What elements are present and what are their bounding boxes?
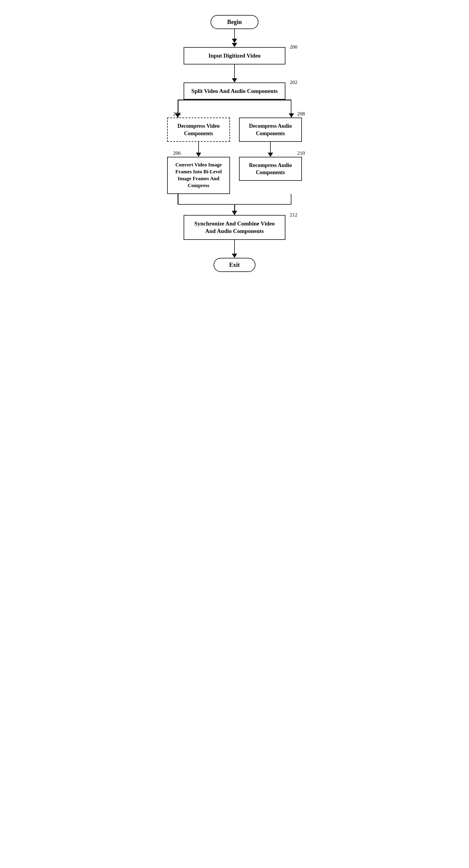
arrow-204-to-206: [196, 142, 201, 157]
node-212-wrapper: Synchronize And Combine Video And Audio …: [183, 215, 286, 240]
exit-wrapper: Exit: [183, 258, 286, 272]
arrow-208-to-210: [268, 142, 273, 157]
node-212: Synchronize And Combine Video And Audio …: [183, 215, 286, 240]
node-206: Convert Video Image Frames Into Bi-Level…: [167, 157, 230, 194]
label-210: 210: [297, 150, 305, 156]
arrow-200-to-202: [232, 64, 237, 83]
begin-node: Begin: [210, 15, 259, 29]
node-210: Recompress Audio Components: [239, 157, 302, 181]
left-col: Decompress Video Components 204 Convert …: [163, 118, 234, 194]
label-200: 200: [290, 44, 298, 50]
arrow-begin-to-200: [234, 29, 235, 47]
node-208: Decompress Audio Components: [239, 118, 302, 142]
node-200: Input Digitized Video: [183, 47, 286, 64]
right-col: Decompress Audio Components 208 Recompre…: [234, 118, 306, 181]
begin-wrapper: Begin: [183, 15, 286, 29]
label-212: 212: [290, 212, 298, 218]
node-202: Split Video And Audio Components: [183, 83, 286, 100]
node-204: Decompress Video Components: [167, 118, 230, 142]
exit-node: Exit: [213, 258, 256, 272]
join-line-section: [163, 194, 306, 215]
label-204: 204: [173, 111, 181, 117]
split-line-section: [163, 99, 306, 118]
node-200-wrapper: Input Digitized Video 200: [183, 47, 286, 64]
label-206: 206: [173, 150, 181, 156]
node-202-wrapper: Split Video And Audio Components 202: [183, 83, 286, 100]
arrow-212-to-exit: [232, 240, 237, 258]
split-columns: Decompress Video Components 204 Convert …: [163, 118, 306, 194]
label-202: 202: [290, 80, 298, 86]
label-208: 208: [297, 111, 305, 117]
flowchart: Begin Input Digitized Video 200 Split Vi…: [145, 6, 324, 287]
